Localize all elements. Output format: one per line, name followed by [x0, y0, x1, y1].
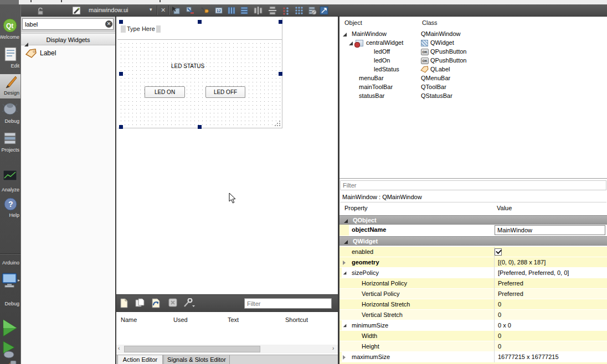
property-row-vertical-policy[interactable]: Vertical Policy Preferred [339, 289, 607, 299]
widget-filter-input[interactable] [22, 18, 114, 30]
run-button[interactable] [0, 319, 20, 340]
sidebar-item-debug[interactable]: Debug [0, 100, 20, 126]
tree-row-maintoolbar[interactable]: mainToolBar QToolBar [339, 83, 607, 92]
column-header-name[interactable]: Name [121, 316, 137, 323]
collapse-icon[interactable] [343, 261, 346, 265]
menu-type-here[interactable]: Type Here [126, 25, 156, 32]
tree-row-ledon[interactable]: ledOn OK QPushButton [339, 56, 607, 65]
build-button[interactable] [0, 361, 20, 364]
led-on-button[interactable]: LED ON [145, 86, 185, 98]
collapse-icon[interactable] [343, 355, 346, 360]
layout-vertical-icon[interactable] [240, 6, 249, 15]
property-row-height[interactable]: Height 0 [339, 341, 607, 352]
expand-icon[interactable] [343, 324, 347, 327]
break-layout-icon[interactable] [308, 6, 317, 15]
edit-signals-slots-icon[interactable] [186, 6, 194, 15]
layout-horizontal-icon[interactable] [227, 6, 236, 15]
clear-filter-icon[interactable]: ✕ [105, 20, 112, 28]
configure-actions-icon[interactable] [183, 298, 193, 308]
horizontal-scrollbar[interactable]: ‹ › [116, 345, 338, 353]
selection-handle-bl[interactable] [119, 125, 123, 129]
widget-item-label[interactable]: Label [21, 46, 115, 60]
tab-action-editor[interactable]: Action Editor [117, 355, 163, 364]
delete-action-icon[interactable] [168, 298, 178, 308]
layout-grid-icon[interactable] [295, 6, 304, 15]
tab-signals-slots-editor[interactable]: Signals & Slots Editor [163, 355, 230, 364]
property-filter-input[interactable] [340, 180, 606, 190]
tree-row-ledstatus[interactable]: ledStatus QLabel [339, 65, 607, 74]
edit-action-icon[interactable] [151, 298, 161, 308]
scroll-right-arrow[interactable]: › [332, 345, 334, 351]
property-row-objectname[interactable]: objectName [339, 225, 607, 236]
selection-handle-ml[interactable] [119, 72, 123, 76]
inspector-column-object[interactable]: Object [344, 19, 362, 26]
property-row-maximumsize[interactable]: maximumSize 16777215 x 16777215 [339, 352, 607, 362]
led-status-label[interactable]: LED STATUS [171, 63, 204, 69]
tree-row-mainwindow[interactable]: MainWindow QMainWindow [339, 30, 607, 39]
layout-horizontal-splitter-icon[interactable] [254, 6, 263, 15]
edit-buddies-icon[interactable] [200, 6, 209, 15]
new-action-icon[interactable] [120, 298, 130, 308]
tree-row-statusbar[interactable]: statusBar QStatusBar [339, 92, 607, 101]
column-header-shortcut[interactable]: Shortcut [285, 316, 308, 323]
edit-widgets-icon[interactable] [172, 6, 181, 15]
edit-tab-order-icon[interactable]: 12 [214, 6, 223, 15]
debug-run-button[interactable] [0, 341, 20, 362]
column-header-used[interactable]: Used [173, 316, 188, 323]
expand-icon[interactable] [343, 272, 347, 275]
document-selector[interactable]: mainwindow.ui [89, 7, 128, 13]
sidebar-item-design[interactable]: Design [0, 75, 20, 98]
scrollbar-thumb[interactable] [124, 346, 260, 352]
section-qwidget[interactable]: QWidget [339, 236, 607, 246]
property-row-sizepolicy[interactable]: sizePolicy [Preferred, Preferred, 0, 0] [339, 268, 607, 278]
adjust-size-icon[interactable] [320, 6, 328, 15]
selection-handle-tm[interactable] [198, 20, 202, 24]
document-dropdown-arrow[interactable]: ▾ [150, 7, 152, 12]
kit-selector[interactable]: ▸ Debug [0, 269, 20, 309]
kit-expand-arrow[interactable]: ▸ [18, 278, 20, 283]
property-row-geometry[interactable]: geometry [(0, 0), 288 x 187] [339, 257, 607, 268]
column-header-text[interactable]: Text [228, 316, 239, 323]
property-row-width[interactable]: Width 0 [339, 331, 607, 341]
designed-form[interactable]: Type Here LED STATUS LED ON LED OFF [117, 18, 282, 128]
enabled-checkbox[interactable] [495, 248, 502, 256]
selection-handle-tl[interactable] [119, 20, 123, 24]
property-row-minimumsize[interactable]: minimumSize 0 x 0 [339, 320, 607, 331]
tree-row-ledoff[interactable]: ledOff OK QPushButton [339, 48, 607, 56]
category-display-widgets[interactable]: Display Widgets [21, 33, 115, 45]
sidebar-item-analyze[interactable]: Analyze [0, 167, 20, 196]
form-grid-canvas[interactable] [117, 40, 282, 128]
sidebar-item-projects[interactable]: Projects [0, 128, 20, 155]
property-row-horizontal-stretch[interactable]: Horizontal Stretch 0 [339, 299, 607, 310]
section-qobject[interactable]: QObject [339, 215, 607, 225]
selection-handle-tr[interactable] [279, 20, 282, 24]
scroll-left-arrow[interactable]: ‹ [118, 345, 120, 351]
svg-text:?: ? [8, 200, 13, 209]
objectname-value-input[interactable] [495, 225, 605, 235]
value-column-header[interactable]: Value [497, 205, 512, 211]
property-row-enabled[interactable]: enabled [339, 247, 607, 257]
tree-row-centralwidget[interactable]: centralWidget QWidget [339, 39, 607, 48]
selection-handle-bm[interactable] [198, 125, 202, 129]
property-column-header[interactable]: Property [344, 205, 368, 211]
close-document-icon[interactable]: ✕ [161, 7, 166, 14]
sidebar-item-help[interactable]: ? Help [0, 196, 20, 221]
selection-handle-mr[interactable] [279, 72, 282, 76]
led-off-button[interactable]: LED OFF [205, 86, 245, 98]
layout-form-icon[interactable] [281, 6, 290, 15]
inspector-column-class[interactable]: Class [422, 19, 438, 26]
tree-row-menubar[interactable]: menuBar QMenuBar [339, 74, 607, 83]
sidebar-item-edit[interactable]: Edit [0, 46, 20, 74]
expand-icon[interactable] [349, 41, 353, 45]
property-row-vertical-stretch[interactable]: Vertical Stretch 0 [339, 310, 607, 320]
lock-icon[interactable] [37, 7, 45, 16]
property-row-horizontal-policy[interactable]: Horizontal Policy Preferred [339, 278, 607, 289]
layout-vertical-splitter-icon[interactable] [268, 6, 277, 15]
action-filter-input[interactable] [244, 298, 332, 309]
form-size-grip[interactable] [275, 121, 281, 127]
splitter-widgetbox-form[interactable] [115, 17, 116, 364]
expand-icon[interactable] [343, 33, 347, 37]
sidebar-item-welcome[interactable]: Qt Welcome [0, 18, 20, 45]
form-menubar[interactable]: Type Here [121, 25, 161, 33]
copy-action-icon[interactable] [135, 298, 145, 308]
